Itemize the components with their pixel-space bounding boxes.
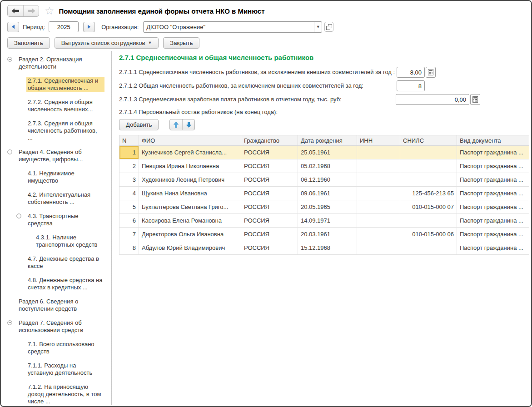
table-cell[interactable]: 06.12.1960 [298,173,357,187]
table-cell[interactable]: Абдулов Юрий Владимирович [139,241,241,255]
table-cell[interactable] [400,214,457,228]
chevron-down-icon[interactable]: ▼ [314,22,322,32]
forward-button[interactable] [23,5,39,16]
table-cell[interactable]: РОССИЯ [241,187,298,200]
table-cell[interactable]: 25.05.1961 [298,146,357,159]
table-cell[interactable]: 15.12.1968 [298,241,357,255]
table-cell[interactable]: 8 [119,241,139,255]
tree-item[interactable]: Раздел 4. Сведения об имуществе, цифровы… [5,148,104,164]
table-cell[interactable]: 20.03.1961 [298,228,357,241]
tree-item[interactable]: 4.3. Транспортные средства [5,212,104,228]
column-header[interactable]: ФИО [139,135,241,146]
table-cell[interactable] [357,200,400,214]
table-cell[interactable]: Певцова Ирина Николаевна [139,159,241,173]
table-cell[interactable]: Паспорт гражданина ... [457,200,529,214]
table-row[interactable]: 3Художников Леонид ПетровичРОССИЯ06.12.1… [119,173,529,187]
collapse-icon[interactable] [7,57,12,62]
table-cell[interactable]: 20.05.1965 [298,200,357,214]
field-input[interactable] [396,94,469,105]
tree-item[interactable]: 4.2. Интеллектуальная собственность ... [5,191,104,206]
table-cell[interactable]: 09.06.1961 [298,187,357,200]
column-header[interactable]: Вид документа [457,135,529,146]
tree-item[interactable]: 4.8. Денежные средства на счетах в креди… [5,276,104,292]
table-cell[interactable]: РОССИЯ [241,214,298,228]
tree-item[interactable]: 2.7.1. Среднесписочная и общая численнос… [5,77,104,92]
calculator-button[interactable] [426,67,436,78]
tree-item[interactable]: 7.1.1. Расходы на уставную деятельность [5,362,104,377]
table-cell[interactable]: РОССИЯ [241,200,298,214]
splitter[interactable] [112,52,118,404]
move-up-button[interactable] [170,119,182,130]
table-cell[interactable]: 5 [119,200,139,214]
table-row[interactable]: 7Директорова Ольга ИвановнаРОССИЯ20.03.1… [119,228,529,241]
table-cell[interactable]: Кассирова Елена Романовна [139,214,241,228]
table-cell[interactable]: Паспорт гражданина ... [457,228,529,241]
table-cell[interactable]: Паспорт гражданина ... [457,187,529,200]
table-cell[interactable]: Паспорт гражданина ... [457,214,529,228]
table-cell[interactable] [357,187,400,200]
table-cell[interactable]: 05.02.1968 [298,159,357,173]
table-cell[interactable] [400,241,457,255]
tree-item[interactable]: 2.7.3. Средняя и общая численность работ… [5,119,104,142]
table-cell[interactable]: 6 [119,214,139,228]
period-input[interactable] [49,21,79,32]
collapse-icon[interactable] [7,320,12,325]
table-cell[interactable]: РОССИЯ [241,241,298,255]
table-cell[interactable] [400,159,457,173]
table-cell[interactable]: Художников Леонид Петрович [139,173,241,187]
back-button[interactable] [8,5,23,16]
field-input[interactable] [397,80,425,91]
table-row[interactable]: 5Бухгалтерова Светлана Григо...РОССИЯ20.… [119,200,529,214]
export-employees-button[interactable]: Выгрузить список сотрудников ▼ [55,37,159,49]
table-row[interactable]: 6Кассирова Елена РомановнаРОССИЯ14.09.19… [119,214,529,228]
collapse-icon[interactable] [7,149,12,154]
table-cell[interactable] [357,159,400,173]
table-cell[interactable] [357,241,400,255]
table-cell[interactable]: 7 [119,228,139,241]
table-row[interactable]: 1Кузнечиков Сергей Станисла...РОССИЯ25.0… [119,146,529,159]
table-cell[interactable] [357,214,400,228]
table-cell[interactable]: 14.09.1971 [298,214,357,228]
table-cell[interactable]: Паспорт гражданина ... [457,173,529,187]
table-cell[interactable]: 4 [119,187,139,200]
tree-item[interactable]: 4.1. Недвижимое имущество [5,169,104,185]
move-down-button[interactable] [182,119,194,130]
table-cell[interactable]: Директорова Ольга Ивановна [139,228,241,241]
table-cell[interactable]: 1 [119,146,139,159]
table-row[interactable]: 8Абдулов Юрий ВладимировичРОССИЯ15.12.19… [119,241,529,255]
table-cell[interactable] [400,146,457,159]
favorite-star-icon[interactable]: ☆ [45,5,55,16]
tree-item[interactable]: 7.1.2. На приносящую доход деятельность,… [5,383,104,405]
table-cell[interactable]: РОССИЯ [241,159,298,173]
tree-item[interactable]: Раздел 2. Организация деятельности [5,55,104,71]
tree-item[interactable]: 2.7.2. Средняя и общая численность внешн… [5,98,104,114]
table-cell[interactable]: Паспорт гражданина ... [457,159,529,173]
open-organization-button[interactable] [324,22,333,32]
tree-item[interactable]: Раздел 7. Сведения об использовании сред… [5,319,104,334]
period-prev-button[interactable] [7,22,19,32]
table-cell[interactable]: РОССИЯ [241,173,298,187]
table-cell[interactable]: 010-015-000 07 [400,200,457,214]
table-cell[interactable]: Паспорт гражданина ... [457,241,529,255]
column-header[interactable]: Гражданство [241,135,298,146]
table-cell[interactable] [357,173,400,187]
table-row[interactable]: 4Щукина Нина ИвановнаРОССИЯ09.06.1961125… [119,187,529,200]
table-cell[interactable]: Бухгалтерова Светлана Григо... [139,200,241,214]
table-cell[interactable]: 2 [119,159,139,173]
field-input[interactable] [397,67,425,78]
table-cell[interactable]: 125-456-213 65 [400,187,457,200]
table-cell[interactable]: РОССИЯ [241,228,298,241]
organization-combobox[interactable]: ДЮТОО "Отражение" ▼ [143,21,322,33]
column-header[interactable]: Дата рождения [298,135,357,146]
tree-item[interactable]: 7.1. Всего использовано средств [5,340,104,356]
table-cell[interactable] [400,173,457,187]
column-header[interactable]: N [119,135,139,146]
table-cell[interactable]: Кузнечиков Сергей Станисла... [139,146,241,159]
calculator-button[interactable] [470,94,480,105]
table-row[interactable]: 2Певцова Ирина НиколаевнаРОССИЯ05.02.196… [119,159,529,173]
tree-item[interactable]: 4.7. Денежные средства в кассе [5,255,104,270]
table-cell[interactable]: 010-015-000 06 [400,228,457,241]
table-cell[interactable] [357,228,400,241]
fill-button[interactable]: Заполнить [7,37,50,49]
close-button[interactable]: Закрыть [163,37,199,49]
